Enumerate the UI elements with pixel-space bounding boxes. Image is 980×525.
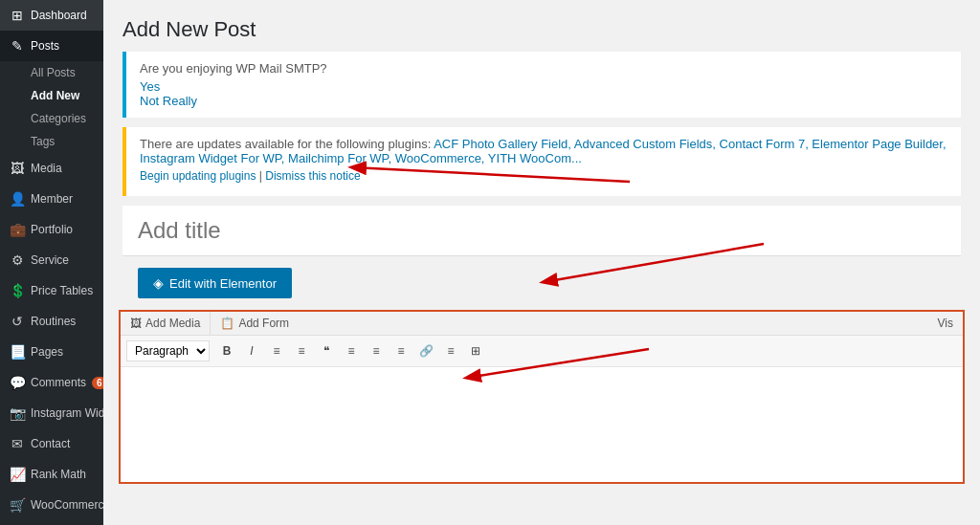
routines-icon: ↺ — [10, 314, 25, 329]
sidebar-item-products[interactable]: 📦 Products — [0, 520, 103, 525]
sidebar-item-label: Instagram Widget — [31, 406, 103, 420]
instagram-icon: 📷 — [10, 405, 25, 421]
contact-icon: ✉ — [10, 436, 25, 451]
sidebar-item-label: Price Tables — [31, 284, 93, 297]
sidebar-item-member[interactable]: 👤 Member — [0, 184, 103, 214]
sidebar: ⊞ Dashboard ✎ Posts All Posts Add New Ca… — [0, 0, 103, 525]
sidebar-item-label: Rank Math — [31, 468, 86, 481]
sidebar-subitem-add-new[interactable]: Add New — [0, 84, 103, 107]
smtp-yes-link[interactable]: Yes — [140, 79, 160, 94]
edit-elementor-button[interactable]: ◈ Edit with Elementor — [138, 268, 292, 298]
begin-updating-link[interactable]: Begin updating plugins — [140, 169, 256, 183]
post-title-input[interactable] — [122, 206, 961, 256]
smtp-notice: Are you enjoying WP Mail SMTP? Yes Not R… — [122, 52, 961, 118]
italic-button[interactable]: I — [240, 339, 263, 362]
media-icon: 🖼 — [10, 161, 25, 176]
paragraph-select[interactable]: Paragraph — [126, 340, 210, 361]
sidebar-item-label: Posts — [31, 39, 59, 53]
add-form-icon: 📋 — [220, 317, 234, 330]
ol-button[interactable]: ≡ — [265, 339, 288, 362]
sidebar-item-comments[interactable]: 💬 Comments 6 — [0, 367, 103, 398]
add-media-btn[interactable]: 🖼 Add Media — [121, 312, 211, 335]
indent-button[interactable]: ≡ — [439, 339, 462, 362]
sidebar-subitem-all-posts[interactable]: All Posts — [0, 61, 103, 84]
portfolio-icon: 💼 — [10, 222, 25, 237]
add-media-icon: 🖼 — [130, 317, 142, 330]
sidebar-item-dashboard[interactable]: ⊞ Dashboard — [0, 0, 103, 31]
sidebar-item-price-tables[interactable]: 💲 Price Tables — [0, 275, 103, 306]
updates-notice: There are updates available for the foll… — [122, 127, 961, 196]
service-icon: ⚙ — [10, 252, 25, 268]
sidebar-item-label: Service — [31, 253, 69, 267]
comments-icon: 💬 — [10, 375, 25, 390]
smtp-question: Are you enjoying WP Mail SMTP? — [140, 61, 947, 76]
sidebar-item-service[interactable]: ⚙ Service — [0, 245, 103, 275]
dismiss-link[interactable]: Dismiss this notice — [265, 169, 360, 183]
add-form-btn[interactable]: 📋 Add Form — [211, 312, 299, 335]
link-button[interactable]: 🔗 — [414, 339, 437, 362]
main-content: Add New Post Are you enjoying WP Mail SM… — [103, 0, 980, 525]
sidebar-item-rank-math[interactable]: 📈 Rank Math — [0, 459, 103, 490]
sidebar-item-label: Portfolio — [31, 223, 73, 236]
elementor-btn-icon: ◈ — [153, 275, 164, 291]
visual-tab[interactable]: Vis — [928, 312, 963, 335]
sidebar-item-label: Member — [31, 192, 73, 206]
sidebar-item-label: Routines — [31, 315, 76, 328]
sidebar-item-pages[interactable]: 📃 Pages — [0, 337, 103, 367]
posts-icon: ✎ — [10, 38, 25, 54]
sidebar-item-media[interactable]: 🖼 Media — [0, 153, 103, 184]
rank-math-icon: 📈 — [10, 467, 25, 482]
editor-wrap — [122, 206, 961, 256]
page-title: Add New Post — [103, 0, 980, 52]
sidebar-item-label: Comments — [31, 376, 86, 389]
elementor-btn-wrap: ◈ Edit with Elementor — [122, 256, 961, 310]
sidebar-subitem-categories[interactable]: Categories — [0, 107, 103, 130]
sidebar-item-label: Media — [31, 162, 62, 175]
woocommerce-icon: 🛒 — [10, 497, 25, 513]
blockquote-button[interactable]: ❝ — [315, 339, 338, 362]
pages-icon: 📃 — [10, 344, 25, 360]
sidebar-item-woocommerce[interactable]: 🛒 WooCommerce — [0, 490, 103, 520]
ul-button[interactable]: ≡ — [290, 339, 313, 362]
align-right-button[interactable]: ≡ — [390, 339, 412, 362]
updates-text: There are updates available for the foll… — [140, 137, 947, 165]
sidebar-item-routines[interactable]: ↺ Routines — [0, 306, 103, 337]
sidebar-item-portfolio[interactable]: 💼 Portfolio — [0, 214, 103, 245]
smtp-no-link[interactable]: Not Really — [140, 94, 197, 108]
member-icon: 👤 — [10, 191, 25, 207]
editor-tabs-row: 🖼 Add Media 📋 Add Form Vis — [121, 312, 963, 336]
editor-body[interactable] — [121, 367, 963, 482]
price-tables-icon: 💲 — [10, 283, 25, 298]
dashboard-icon: ⊞ — [10, 8, 25, 23]
sidebar-item-contact[interactable]: ✉ Contact — [0, 428, 103, 459]
elementor-btn-label: Edit with Elementor — [169, 276, 277, 291]
sidebar-item-label: Dashboard — [31, 9, 87, 22]
comments-badge: 6 — [92, 377, 103, 389]
align-left-button[interactable]: ≡ — [340, 339, 363, 362]
align-center-button[interactable]: ≡ — [365, 339, 388, 362]
bold-button[interactable]: B — [215, 339, 238, 362]
editor-toolbar: Paragraph B I ≡ ≡ ❝ ≡ ≡ ≡ 🔗 ≡ ⊞ — [121, 336, 963, 367]
sidebar-item-label: Pages — [31, 345, 63, 359]
sidebar-item-label: WooCommerce — [31, 498, 103, 512]
sidebar-item-posts[interactable]: ✎ Posts — [0, 31, 103, 61]
table-button[interactable]: ⊞ — [464, 339, 487, 362]
editor-container: 🖼 Add Media 📋 Add Form Vis Paragraph B I… — [119, 310, 965, 484]
sidebar-subitem-tags[interactable]: Tags — [0, 130, 103, 153]
sidebar-item-instagram[interactable]: 📷 Instagram Widget — [0, 398, 103, 428]
sidebar-item-label: Contact — [31, 437, 70, 450]
